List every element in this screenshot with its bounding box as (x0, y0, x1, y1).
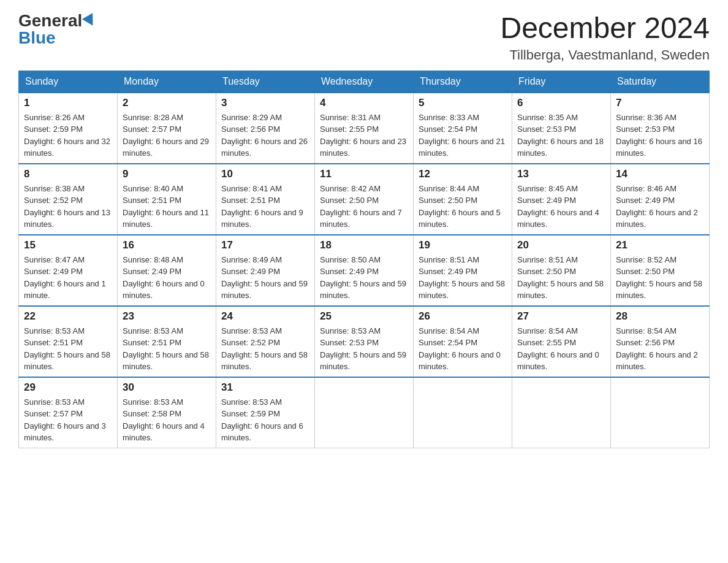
day-info: Sunrise: 8:53 AMSunset: 2:51 PMDaylight:… (123, 325, 211, 373)
calendar-cell: 4Sunrise: 8:31 AMSunset: 2:55 PMDaylight… (315, 93, 414, 164)
day-number: 27 (517, 310, 605, 323)
calendar-cell: 2Sunrise: 8:28 AMSunset: 2:57 PMDaylight… (118, 93, 216, 164)
logo: General Blue (18, 12, 96, 47)
month-title: December 2024 (500, 12, 710, 45)
day-info: Sunrise: 8:38 AMSunset: 2:52 PMDaylight:… (24, 183, 112, 231)
calendar-cell: 19Sunrise: 8:51 AMSunset: 2:49 PMDayligh… (414, 235, 512, 306)
calendar-cell: 9Sunrise: 8:40 AMSunset: 2:51 PMDaylight… (118, 164, 216, 235)
calendar-cell: 16Sunrise: 8:48 AMSunset: 2:49 PMDayligh… (118, 235, 216, 306)
calendar-cell: 14Sunrise: 8:46 AMSunset: 2:49 PMDayligh… (611, 164, 710, 235)
day-number: 1 (24, 97, 112, 109)
day-info: Sunrise: 8:49 AMSunset: 2:49 PMDaylight:… (221, 254, 309, 302)
week-row-5: 29Sunrise: 8:53 AMSunset: 2:57 PMDayligh… (19, 377, 710, 448)
day-info: Sunrise: 8:41 AMSunset: 2:51 PMDaylight:… (221, 183, 309, 231)
calendar-cell (611, 377, 710, 448)
day-info: Sunrise: 8:44 AMSunset: 2:50 PMDaylight:… (419, 183, 507, 231)
day-number: 8 (24, 168, 112, 180)
calendar-cell: 12Sunrise: 8:44 AMSunset: 2:50 PMDayligh… (414, 164, 512, 235)
day-info: Sunrise: 8:47 AMSunset: 2:49 PMDaylight:… (24, 254, 112, 302)
header-saturday: Saturday (611, 71, 710, 93)
page-header: General Blue December 2024 Tillberga, Va… (18, 12, 710, 63)
header-monday: Monday (118, 71, 216, 93)
day-info: Sunrise: 8:46 AMSunset: 2:49 PMDaylight:… (616, 183, 704, 231)
calendar-cell: 10Sunrise: 8:41 AMSunset: 2:51 PMDayligh… (216, 164, 315, 235)
title-block: December 2024 Tillberga, Vaestmanland, S… (500, 12, 710, 63)
logo-triangle-icon (82, 13, 98, 29)
header-tuesday: Tuesday (216, 71, 315, 93)
day-info: Sunrise: 8:51 AMSunset: 2:50 PMDaylight:… (517, 254, 605, 302)
calendar-cell: 30Sunrise: 8:53 AMSunset: 2:58 PMDayligh… (118, 377, 216, 448)
day-info: Sunrise: 8:31 AMSunset: 2:55 PMDaylight:… (320, 112, 408, 159)
day-number: 9 (123, 168, 211, 180)
day-number: 13 (517, 168, 605, 180)
week-row-2: 8Sunrise: 8:38 AMSunset: 2:52 PMDaylight… (19, 164, 710, 235)
calendar-cell: 26Sunrise: 8:54 AMSunset: 2:54 PMDayligh… (414, 306, 512, 377)
day-info: Sunrise: 8:53 AMSunset: 2:52 PMDaylight:… (221, 325, 309, 373)
day-number: 28 (616, 310, 704, 323)
day-number: 17 (221, 239, 309, 251)
calendar-cell: 20Sunrise: 8:51 AMSunset: 2:50 PMDayligh… (512, 235, 611, 306)
day-number: 10 (221, 168, 309, 180)
calendar-cell: 11Sunrise: 8:42 AMSunset: 2:50 PMDayligh… (315, 164, 414, 235)
calendar-cell (414, 377, 512, 448)
calendar-cell: 24Sunrise: 8:53 AMSunset: 2:52 PMDayligh… (216, 306, 315, 377)
day-info: Sunrise: 8:48 AMSunset: 2:49 PMDaylight:… (123, 254, 211, 302)
day-info: Sunrise: 8:52 AMSunset: 2:50 PMDaylight:… (616, 254, 704, 302)
calendar-cell: 6Sunrise: 8:35 AMSunset: 2:53 PMDaylight… (512, 93, 611, 164)
day-number: 30 (123, 381, 211, 394)
calendar-cell (512, 377, 611, 448)
day-number: 7 (616, 97, 704, 109)
day-info: Sunrise: 8:45 AMSunset: 2:49 PMDaylight:… (517, 183, 605, 231)
week-row-3: 15Sunrise: 8:47 AMSunset: 2:49 PMDayligh… (19, 235, 710, 306)
day-info: Sunrise: 8:36 AMSunset: 2:53 PMDaylight:… (616, 112, 704, 159)
day-info: Sunrise: 8:54 AMSunset: 2:55 PMDaylight:… (517, 325, 605, 373)
calendar-cell: 3Sunrise: 8:29 AMSunset: 2:56 PMDaylight… (216, 93, 315, 164)
day-info: Sunrise: 8:53 AMSunset: 2:59 PMDaylight:… (221, 396, 309, 444)
day-number: 19 (419, 239, 507, 251)
calendar-cell: 1Sunrise: 8:26 AMSunset: 2:59 PMDaylight… (19, 93, 118, 164)
header-sunday: Sunday (19, 71, 118, 93)
day-info: Sunrise: 8:53 AMSunset: 2:53 PMDaylight:… (320, 325, 408, 373)
calendar-cell: 23Sunrise: 8:53 AMSunset: 2:51 PMDayligh… (118, 306, 216, 377)
weekday-header-row: Sunday Monday Tuesday Wednesday Thursday… (19, 71, 710, 93)
day-info: Sunrise: 8:42 AMSunset: 2:50 PMDaylight:… (320, 183, 408, 231)
header-thursday: Thursday (414, 71, 512, 93)
day-number: 6 (517, 97, 605, 109)
calendar-cell: 13Sunrise: 8:45 AMSunset: 2:49 PMDayligh… (512, 164, 611, 235)
calendar-cell: 15Sunrise: 8:47 AMSunset: 2:49 PMDayligh… (19, 235, 118, 306)
day-number: 4 (320, 97, 408, 109)
day-number: 24 (221, 310, 309, 323)
day-number: 31 (221, 381, 309, 394)
day-number: 26 (419, 310, 507, 323)
day-number: 12 (419, 168, 507, 180)
calendar-cell: 28Sunrise: 8:54 AMSunset: 2:56 PMDayligh… (611, 306, 710, 377)
day-number: 15 (24, 239, 112, 251)
calendar-cell: 8Sunrise: 8:38 AMSunset: 2:52 PMDaylight… (19, 164, 118, 235)
logo-general-text: General (18, 12, 82, 29)
calendar-cell: 22Sunrise: 8:53 AMSunset: 2:51 PMDayligh… (19, 306, 118, 377)
calendar-cell (315, 377, 414, 448)
calendar-cell: 17Sunrise: 8:49 AMSunset: 2:49 PMDayligh… (216, 235, 315, 306)
calendar-cell: 31Sunrise: 8:53 AMSunset: 2:59 PMDayligh… (216, 377, 315, 448)
day-info: Sunrise: 8:53 AMSunset: 2:51 PMDaylight:… (24, 325, 112, 373)
day-info: Sunrise: 8:26 AMSunset: 2:59 PMDaylight:… (24, 112, 112, 159)
calendar-cell: 5Sunrise: 8:33 AMSunset: 2:54 PMDaylight… (414, 93, 512, 164)
day-info: Sunrise: 8:51 AMSunset: 2:49 PMDaylight:… (419, 254, 507, 302)
calendar-cell: 18Sunrise: 8:50 AMSunset: 2:49 PMDayligh… (315, 235, 414, 306)
day-number: 22 (24, 310, 112, 323)
day-info: Sunrise: 8:54 AMSunset: 2:56 PMDaylight:… (616, 325, 704, 373)
day-number: 29 (24, 381, 112, 394)
calendar-cell: 21Sunrise: 8:52 AMSunset: 2:50 PMDayligh… (611, 235, 710, 306)
day-number: 14 (616, 168, 704, 180)
week-row-4: 22Sunrise: 8:53 AMSunset: 2:51 PMDayligh… (19, 306, 710, 377)
day-number: 5 (419, 97, 507, 109)
header-friday: Friday (512, 71, 611, 93)
day-number: 11 (320, 168, 408, 180)
logo-blue-text: Blue (18, 28, 56, 47)
day-info: Sunrise: 8:28 AMSunset: 2:57 PMDaylight:… (123, 112, 211, 159)
day-number: 3 (221, 97, 309, 109)
day-info: Sunrise: 8:29 AMSunset: 2:56 PMDaylight:… (221, 112, 309, 159)
day-number: 2 (123, 97, 211, 109)
day-number: 16 (123, 239, 211, 251)
day-number: 25 (320, 310, 408, 323)
